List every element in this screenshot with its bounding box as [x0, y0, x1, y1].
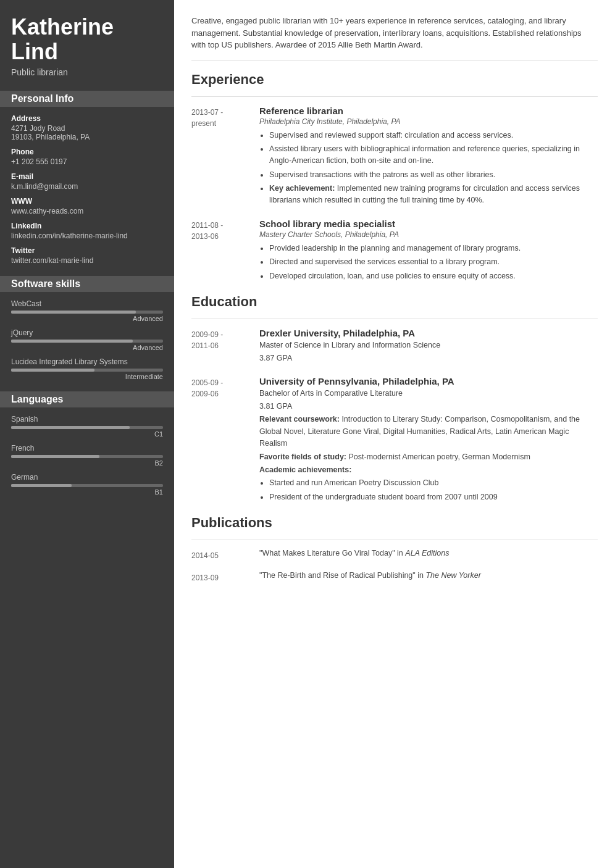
lang-name-0: Spanish	[11, 415, 163, 424]
lang-name-2: German	[11, 473, 163, 482]
edu2-favorites: Favorite fields of study: Post-modernist…	[259, 451, 598, 463]
experience-entry-2: 2011-08 -2013-06 School library media sp…	[191, 219, 598, 284]
skill-name-1: jQuery	[11, 328, 163, 337]
sidebar: Katherine Lind Public librarian Personal…	[0, 0, 174, 868]
lang-level-2: B1	[11, 488, 163, 496]
edu2-achievements: Started and run American Poetry Discussi…	[259, 477, 598, 503]
edu2-achievement-1: Started and run American Poetry Discussi…	[269, 477, 598, 489]
lang-name-1: French	[11, 444, 163, 453]
skill-bar-2	[11, 369, 94, 372]
edu2-achievement-2: President of the undergraduate student b…	[269, 491, 598, 503]
pub1-text: "What Makes Literature Go Viral Today" i…	[259, 549, 598, 557]
skill-bar-container-0	[11, 311, 163, 314]
linkedin-value: linkedin.com/in/katherine-marie-lind	[11, 232, 163, 240]
exp2-role: School library media specialist	[259, 219, 598, 229]
pub1-content: "What Makes Literature Go Viral Today" i…	[259, 549, 598, 561]
twitter-label: Twitter	[11, 246, 163, 255]
exp2-bullets: Provided leadership in the planning and …	[259, 243, 598, 282]
candidate-title: Public librarian	[11, 67, 163, 77]
edu1-content: Drexler University, Philadelphia, PA Mas…	[259, 328, 598, 366]
pub-entry-1: 2014-05 "What Makes Literature Go Viral …	[191, 549, 598, 561]
exp1-role: Reference librarian	[259, 106, 598, 116]
skill-level-1: Advanced	[11, 344, 163, 351]
main-content: Creative, engaged public librarian with …	[174, 0, 615, 868]
email-label: E-mail	[11, 172, 163, 181]
exp2-content: School library media specialist Mastery …	[259, 219, 598, 284]
linkedin-label: LinkedIn	[11, 222, 163, 230]
exp2-bullet-1: Provided leadership in the planning and …	[269, 243, 598, 254]
lang-bar-container-0	[11, 426, 163, 429]
langs-container: SpanishC1FrenchB2GermanB1	[11, 415, 163, 496]
skill-bar-container-1	[11, 340, 163, 343]
exp1-bullet-4: Key achievement: Implemented new trainin…	[269, 183, 598, 207]
pub2-date: 2013-09	[191, 571, 259, 583]
edu1-degree: Master of Science in Library and Informa…	[259, 340, 598, 351]
skills-container: WebCastAdvancedjQueryAdvancedLucidea Int…	[11, 299, 163, 380]
skill-level-2: Intermediate	[11, 373, 163, 380]
email-value: k.m.lind@gmail.com	[11, 182, 163, 191]
software-skills-section-title: Software skills	[0, 276, 174, 292]
edu1-school: Drexler University, Philadelphia, PA	[259, 328, 598, 338]
pub-entry-2: 2013-09 "The Re-Birth and Rise of Radica…	[191, 571, 598, 583]
edu2-gpa: 3.81 GPA	[259, 401, 598, 412]
edu2-degree: Bachelor of Arts in Comparative Literatu…	[259, 388, 598, 399]
www-value: www.cathy-reads.com	[11, 207, 163, 215]
publications-section-title: Publications	[191, 515, 598, 531]
experience-section-title: Experience	[191, 72, 598, 88]
lang-level-1: B2	[11, 459, 163, 467]
lang-bar-container-2	[11, 484, 163, 487]
address-label: Address	[11, 114, 163, 123]
pub2-content: "The Re-Birth and Rise of Radical Publis…	[259, 571, 598, 583]
education-section-title: Education	[191, 294, 598, 310]
phone-value: +1 202 555 0197	[11, 157, 163, 166]
candidate-name: Katherine Lind	[11, 15, 163, 64]
exp1-date: 2013-07 -present	[191, 106, 259, 209]
exp1-bullets: Supervised and reviewed support staff: c…	[259, 130, 598, 207]
skill-bar-1	[11, 340, 133, 343]
exp1-bullet-3: Supervised transactions with the patrons…	[269, 169, 598, 181]
edu2-coursework: Relevant coursework: Introduction to Lit…	[259, 414, 598, 449]
summary: Creative, engaged public librarian with …	[191, 15, 598, 61]
phone-label: Phone	[11, 148, 163, 156]
exp2-bullet-2: Directed and supervised the services ess…	[269, 256, 598, 268]
address-line2: 19103, Philadelphia, PA	[11, 133, 163, 141]
skill-bar-0	[11, 311, 136, 314]
skill-name-0: WebCast	[11, 299, 163, 308]
twitter-value: twitter.com/kat-marie-lind	[11, 256, 163, 265]
personal-info-section-title: Personal Info	[0, 91, 174, 107]
edu2-achievements-label: Academic achievements:	[259, 464, 598, 476]
skill-bar-container-2	[11, 369, 163, 372]
edu1-date: 2009-09 -2011-06	[191, 328, 259, 366]
edu-entry-2: 2005-09 -2009-06 University of Pennsylva…	[191, 376, 598, 505]
lang-bar-2	[11, 484, 72, 487]
exp2-bullet-3: Developed circulation, loan, and use pol…	[269, 270, 598, 282]
skill-name-2: Lucidea Integrated Library Systems	[11, 357, 163, 366]
address-line1: 4271 Jody Road	[11, 124, 163, 133]
languages-section-title: Languages	[0, 391, 174, 407]
exp1-org: Philadelphia City Institute, Philadelphi…	[259, 117, 598, 126]
experience-entry-1: 2013-07 -present Reference librarian Phi…	[191, 106, 598, 209]
edu1-gpa: 3.87 GPA	[259, 353, 598, 364]
edu2-school: University of Pennsylvania, Philadelphia…	[259, 376, 598, 386]
lang-bar-0	[11, 426, 130, 429]
lang-bar-1	[11, 455, 99, 458]
www-label: WWW	[11, 197, 163, 206]
edu-entry-1: 2009-09 -2011-06 Drexler University, Phi…	[191, 328, 598, 366]
exp1-bullet-1: Supervised and reviewed support staff: c…	[269, 130, 598, 141]
pub2-text: "The Re-Birth and Rise of Radical Publis…	[259, 571, 598, 580]
lang-level-0: C1	[11, 430, 163, 438]
exp2-org: Mastery Charter Schools, Philadelphia, P…	[259, 230, 598, 239]
skill-level-0: Advanced	[11, 315, 163, 322]
exp1-bullet-2: Assisted library users with bibliographi…	[269, 143, 598, 167]
edu2-date: 2005-09 -2009-06	[191, 376, 259, 505]
pub1-date: 2014-05	[191, 549, 259, 561]
lang-bar-container-1	[11, 455, 163, 458]
edu2-content: University of Pennsylvania, Philadelphia…	[259, 376, 598, 505]
exp2-date: 2011-08 -2013-06	[191, 219, 259, 284]
exp1-content: Reference librarian Philadelphia City In…	[259, 106, 598, 209]
